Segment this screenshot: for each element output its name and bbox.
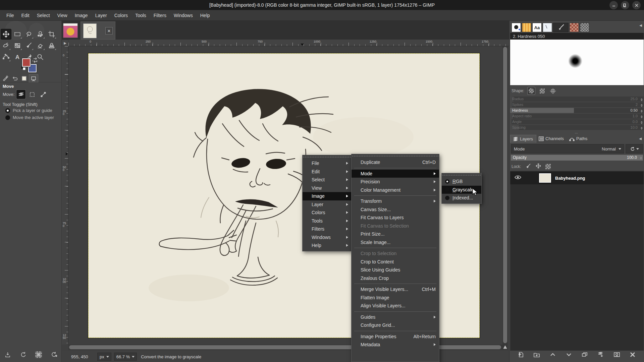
select-by-color-tool[interactable] [35,29,45,39]
image-tab-babyhead[interactable]: ✕ [80,21,115,40]
menu-item-merge-visible-layers[interactable]: Merge Visible Layers...Ctrl+M [352,285,439,294]
angle-slider[interactable]: Angle 0.0 [510,119,644,124]
menubar-view[interactable]: View [54,10,71,20]
tab-easel[interactable] [29,74,38,82]
menu-item-color-management[interactable]: Color Management [352,186,439,194]
new-group-icon[interactable] [533,351,540,359]
vertical-ruler[interactable]: 0 250 500 750 1000 1250 [62,46,68,345]
duplicate-layer-icon[interactable] [581,351,588,359]
hardness-slider[interactable]: Hardness 0.50 [510,108,644,113]
menu-item-configure-grid[interactable]: Configure Grid... [352,321,439,329]
tab-undo-history[interactable] [10,74,19,82]
spinner-icon[interactable] [641,109,643,113]
navigation-icon[interactable] [502,345,508,350]
new-layer-icon[interactable] [518,351,524,359]
foreground-color-swatch[interactable] [22,58,31,67]
spinner-icon[interactable] [641,126,643,130]
menu-item-image[interactable]: Image [303,192,352,200]
menubar-windows[interactable]: Windows [170,10,197,20]
menu-item-print-size[interactable]: Print Size... [352,230,439,238]
menu-item-select[interactable]: Select [303,176,352,184]
tab-brushes[interactable] [512,23,521,32]
menu-item-edit[interactable]: Edit [303,168,352,176]
rectangle-select-tool[interactable] [12,29,22,39]
raise-layer-icon[interactable] [549,351,556,359]
spinner-icon[interactable] [641,114,643,119]
menubar-file[interactable]: File [3,10,18,20]
paintbrush-tool[interactable] [24,41,34,51]
menu-item-file[interactable]: File [303,159,352,168]
clone-tool[interactable] [47,41,57,51]
menubar-tools[interactable]: Tools [131,10,150,20]
tearoff-line[interactable] [352,154,439,158]
gradient-tool[interactable] [12,41,22,51]
layer-row-babyhead[interactable]: Babyhead.png [510,172,644,184]
tab-document-history[interactable] [543,23,552,32]
move-selection-button[interactable] [28,90,37,99]
lower-layer-icon[interactable] [566,351,572,359]
tab-paths[interactable]: Paths [567,135,590,143]
menu-item-colors[interactable]: Colors [303,208,352,217]
shape-square-button[interactable] [538,87,546,95]
menu-item-scale-image[interactable]: Scale Image... [352,238,439,247]
opacity-slider[interactable]: Opacity 100.0 [511,155,643,161]
lock-pixels-icon[interactable] [525,163,531,170]
zoom-select[interactable]: 66.7 % [114,353,137,361]
crop-tool[interactable] [47,29,57,39]
spinner-icon[interactable] [641,120,643,124]
menubar-layer[interactable]: Layer [92,10,111,20]
menu-item-zealous-crop[interactable]: Zealous Crop [352,274,439,283]
menubar-colors[interactable]: Colors [111,10,131,20]
menu-item-precision[interactable]: Precision [352,178,439,186]
free-select-tool[interactable] [24,29,34,39]
tearoff-line[interactable] [442,173,481,177]
visibility-eye-icon[interactable] [514,175,522,181]
menubar-filters[interactable]: Filters [150,10,170,20]
tab-paintbrush-selected[interactable] [553,23,569,32]
move-tool[interactable] [1,29,11,39]
aspect-ratio-slider[interactable]: Aspect ratio 1.0 [510,114,644,119]
reset-tool-icon[interactable] [51,351,57,359]
menubar-image[interactable]: Image [71,10,92,20]
shape-circle-button[interactable] [528,87,535,95]
move-path-button[interactable] [39,90,48,99]
bucket-fill-tool[interactable] [1,41,11,51]
maximize-button[interactable] [621,1,629,9]
radio-move-active[interactable]: Move the active layer [5,115,54,120]
spacing-slider[interactable]: Spacing 10.0 [510,125,644,130]
menu-item-mode[interactable]: Mode [352,170,439,178]
menu-item-slice-using-guides[interactable]: Slice Using Guides [352,266,439,274]
spinner-icon[interactable] [641,103,643,107]
spinner-icon[interactable] [641,97,643,102]
paths-tool[interactable] [1,52,11,62]
canvas-menu-button[interactable]: ▶ [62,40,68,46]
swap-colors-icon[interactable] [32,57,38,64]
menu-item-windows[interactable]: Windows [303,233,352,242]
move-layer-button[interactable] [16,90,25,99]
radio-pick-layer[interactable]: Pick a layer or guide [5,108,52,113]
menu-item-transform[interactable]: Transform [352,197,439,205]
vertical-scrollbar[interactable] [502,46,508,345]
vertical-scrollbar-thumb[interactable] [503,47,507,343]
lock-position-icon[interactable] [535,163,541,170]
lock-alpha-icon[interactable] [545,164,551,169]
delete-preset-icon[interactable] [35,351,42,358]
menu-item-filters[interactable]: Filters [303,225,352,233]
menu-item-duplicate[interactable]: DuplicateCtrl+D [352,158,439,167]
tab-patterns[interactable] [522,23,531,32]
save-preset-icon[interactable] [4,351,11,359]
menubar-select[interactable]: Select [33,10,54,20]
menu-item-align-visible-layers[interactable]: Align Visible Layers... [352,302,439,310]
tab-gradients[interactable] [570,23,579,32]
mode-switch-button[interactable] [626,144,643,154]
tab-image-thumbnail[interactable] [19,74,29,82]
menu-item-help[interactable]: Help [303,241,352,250]
menu-item-rgb[interactable]: RGB [442,177,481,186]
menu-item-guides[interactable]: Guides [352,313,439,321]
menu-item-flatten-image[interactable]: Flatten Image [352,294,439,302]
menu-item-metadata[interactable]: Metadata [352,341,439,349]
unit-select[interactable]: px [97,353,111,361]
eraser-tool[interactable] [35,41,45,51]
close-image-icon[interactable]: ✕ [105,27,113,35]
horizontal-ruler[interactable]: 0 250 500 750 1000 1250 1500 1750 [68,40,509,46]
